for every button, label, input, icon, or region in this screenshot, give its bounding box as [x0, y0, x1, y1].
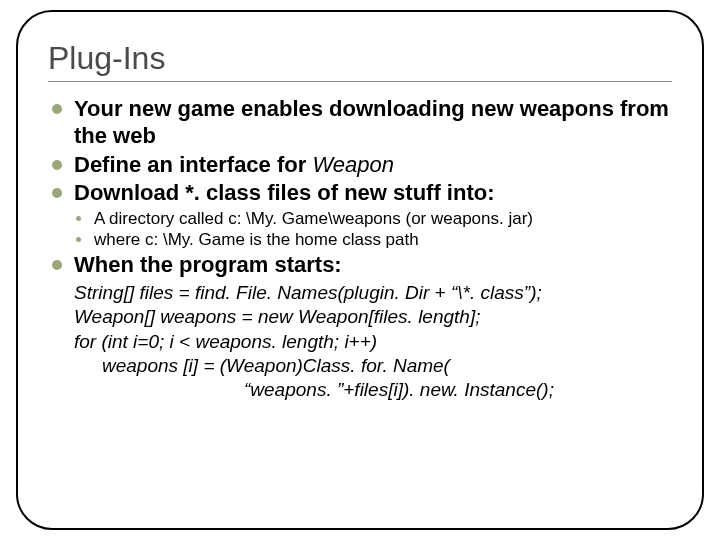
code-line: Weapon[] weapons = new Weapon[files. len…	[74, 306, 480, 327]
bullet-text: Define an interface for	[74, 152, 312, 177]
sub-bullet-item: where c: \My. Game is the home class pat…	[74, 230, 672, 250]
code-block: String[] files = find. File. Names(plugi…	[48, 281, 672, 403]
slide-title: Plug-Ins	[48, 40, 672, 82]
bullet-list: Your new game enables downloading new we…	[48, 96, 672, 279]
bullet-text: When the program starts:	[74, 252, 342, 277]
bullet-text: Your new game enables downloading new we…	[74, 96, 669, 148]
sub-bullet-item: A directory called c: \My. Game\weapons …	[74, 209, 672, 229]
sub-bullet-text: where c: \My. Game is the home class pat…	[94, 230, 419, 249]
bullet-text-italic: Weapon	[312, 152, 394, 177]
bullet-text: Download *. class files of new stuff int…	[74, 180, 494, 205]
bullet-item: Define an interface for Weapon	[48, 152, 672, 179]
code-line: “weapons. ”+files[i]). new. Instance();	[74, 378, 672, 402]
sub-bullet-list: A directory called c: \My. Game\weapons …	[74, 209, 672, 250]
slide-frame: Plug-Ins Your new game enables downloadi…	[16, 10, 704, 530]
code-line: weapons [i] = (Weapon)Class. for. Name(	[74, 354, 672, 378]
code-line: for (int i=0; i < weapons. length; i++)	[74, 331, 377, 352]
bullet-item: Download *. class files of new stuff int…	[48, 180, 672, 250]
bullet-item: Your new game enables downloading new we…	[48, 96, 672, 150]
sub-bullet-text: A directory called c: \My. Game\weapons …	[94, 209, 533, 228]
code-line: String[] files = find. File. Names(plugi…	[74, 282, 542, 303]
bullet-item: When the program starts:	[48, 252, 672, 279]
